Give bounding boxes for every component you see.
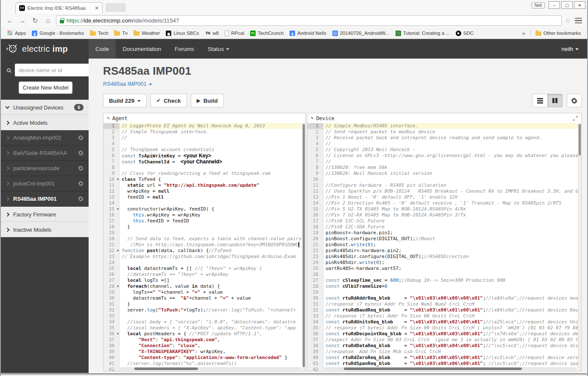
code-line[interactable]: 10 <box>307 177 581 182</box>
code-line[interactable]: 35 //local headers = { "X-ApiKey": apiKe… <box>103 325 305 331</box>
sidebar-item-pulsecnt-imp001[interactable]: pulseCnt-imp001 <box>1 176 89 191</box>
code-line[interactable]: 34const rtuRdUnitsReq_blob = "\x01\x03\x… <box>307 319 581 325</box>
user-menu[interactable]: neilh <box>562 46 587 52</box>
code-line[interactable]: 24pinRs485dir.write(0); <box>307 260 581 266</box>
electric-imp-logo[interactable]: electric imp <box>1 43 89 55</box>
code-line[interactable]: 3// <box>103 135 305 141</box>
code-line[interactable]: 14//Pin 2 Direction Rs485 - '0' default … <box>307 200 581 206</box>
code-line[interactable]: 11//Configure hardware - RS485 pin alloc… <box>307 182 581 188</box>
code-line[interactable]: 4// <box>307 141 581 147</box>
sidebar-item-particlesensorcode[interactable]: particlesensorcode <box>1 161 89 176</box>
gear-icon[interactable] <box>78 196 84 202</box>
code-line[interactable]: 22▾function post(data, callback) {//TsFe… <box>103 248 305 254</box>
scrollbar-thumb[interactable] <box>303 124 305 367</box>
code-line[interactable]: 1// Simple Modbus/RS485 interface. <box>307 123 581 129</box>
chrome-menu-icon[interactable] <box>574 17 583 25</box>
browser-tab[interactable]: Electric Imp IDE: RS485aa ✕ <box>15 2 103 14</box>
bookmarks-overflow-chevron[interactable]: » <box>519 30 529 36</box>
code-line[interactable]: 15▾ constructor(wrApiKey, feedID) { <box>103 206 305 212</box>
create-new-model-button[interactable]: Create New Model <box>19 81 72 94</box>
split-pane-view-button[interactable] <box>547 94 562 107</box>
bookmark-item[interactable]: Tutorial: Creating a ... <box>393 30 453 37</box>
scrollbar-thumb[interactable] <box>579 124 581 155</box>
scrollbar-thumb[interactable] <box>134 368 198 370</box>
sidebar-item-analogmon-imp002[interactable]: AnalogMon-Imp002 <box>1 130 89 146</box>
code-line[interactable]: 9// Class for reading/writing a feed at … <box>103 171 305 177</box>
code-line[interactable]: 13 feedID = null <box>103 194 305 200</box>
code-line[interactable]: 28const cUlbiFrameSize=8 <box>307 283 581 289</box>
bookmark-item[interactable]: Tv <box>111 30 131 36</box>
fold-arrow-icon[interactable]: ▾ <box>117 249 119 253</box>
code-line[interactable]: 11 static url = "http://api.thingspeak.c… <box>103 182 305 188</box>
code-line[interactable]: 28▾ foreach(channel, value in data) { <box>103 283 305 289</box>
fold-arrow-icon[interactable]: ▾ <box>117 207 119 211</box>
code-line[interactable]: 30const rtuRdAddrReq_blob = "\x01\x03\x0… <box>307 295 581 301</box>
horizontal-scrollbar[interactable] <box>324 367 577 370</box>
bookmark-item[interactable]: gAndroid Neils <box>287 30 329 37</box>
code-line[interactable]: 41const rtuRdSpanReq_blob = "\x01\x03\x0… <box>307 361 581 367</box>
vertical-scrollbar[interactable] <box>578 123 581 371</box>
code-line[interactable]: 8 <box>103 165 305 171</box>
build-button[interactable]: ▶ Build <box>191 94 224 107</box>
code-line[interactable]: 19 <box>103 230 305 236</box>
gear-icon[interactable] <box>78 135 84 140</box>
code-line[interactable]: 2// Simple Thingspeak interface. <box>103 129 305 135</box>
code-line[interactable]: 8//130829: free mem 56k <box>307 165 581 171</box>
code-line[interactable]: 2// Send request packet to modbus device <box>307 129 581 135</box>
code-line[interactable]: 38 "Connection": "close", <box>103 343 305 349</box>
code-line[interactable]: 36▾ local postHeaders = { //"POST /updat… <box>103 331 305 337</box>
code-line[interactable]: 15//Pin 5 U2-TX RS485 Map to BOB-10124.R… <box>307 206 581 212</box>
code-line[interactable]: 25uartRs485<-hardware.uart57; <box>307 266 581 272</box>
bookmark-item[interactable]: 20140726_AndroidW... <box>329 30 393 37</box>
code-line[interactable]: 20pinBoost.configure(DIGITAL_OUT);//Boos… <box>307 236 581 242</box>
scrollbar-thumb[interactable] <box>344 368 522 370</box>
code-line[interactable]: 12// Uses Sparkfun p/n BOB-10124 RS485 B… <box>307 188 581 194</box>
code-editor-agent[interactable]: 1// LoggerProto EI Agent by Neil Hancock… <box>103 123 305 371</box>
tab-close-icon[interactable]: ✕ <box>95 6 99 11</box>
nav-tab-status[interactable]: Status <box>201 39 236 59</box>
code-line[interactable]: 13//Pin 1 Boost - '0' default OFF, '1' e… <box>307 194 581 200</box>
code-line[interactable]: 33// response (7 bytes) Addr Fn Size 00 … <box>307 313 581 319</box>
code-line[interactable]: 40const rtuRdZeroReq_blob = "\x01\x03\x0… <box>307 355 581 361</box>
nav-tab-forums[interactable]: Forums <box>168 39 201 59</box>
nav-tab-code[interactable]: Code <box>89 39 116 59</box>
code-line[interactable]: 31 } <box>103 301 305 307</box>
code-line[interactable]: 16//Pin 7 U2-RX RS485 Map to BOB-10124.R… <box>307 212 581 218</box>
code-line[interactable]: 39 "X-THINGSPEAKAPIKEY": wrApiKey, <box>103 349 305 355</box>
code-line[interactable]: 41 //server.log(format("%s",datastreamTs… <box>103 361 305 367</box>
window-minimize-button[interactable]: – <box>549 1 560 9</box>
code-line[interactable]: 20 // Send data to feed, expects a table… <box>103 236 305 242</box>
code-line[interactable]: 7const TsChannelId = <your Channeld> <box>103 159 305 165</box>
gear-icon[interactable] <box>78 166 84 171</box>
code-line[interactable]: 23// Example https://github.com/iobridge… <box>103 254 305 260</box>
home-button[interactable]: ⌂ <box>43 17 53 25</box>
code-line[interactable]: 21pinBoost.write(0); <box>307 242 581 248</box>
ssl-lock-icon[interactable] <box>60 20 64 23</box>
sidebar-item-inactive-models[interactable]: Inactive Models <box>1 222 89 237</box>
nav-tab-documentation[interactable]: Documentation <box>116 39 168 59</box>
code-line[interactable]: 16 this.wrApiKey = wrApiKey <box>103 212 305 218</box>
code-line[interactable]: 9//130828: Neil Hancock initial version <box>307 171 581 177</box>
code-line[interactable]: 35// response (7 bytes) Addr Fn Size 00 … <box>307 325 581 331</box>
bookmark-item[interactable]: gGoogle - Bookmarks <box>29 30 87 37</box>
code-line[interactable]: 38const rtuRdDataReq_blob = "\x01\x03\x0… <box>307 343 581 349</box>
code-line[interactable]: 37//expect Addr Fn Size 00 03 CrcL Crch … <box>307 337 581 343</box>
code-line[interactable]: 5// ThingSpeak account credentials <box>103 147 305 153</box>
code-line[interactable]: 34 //local body = { "version": "1.0.0", … <box>103 319 305 325</box>
sidebar-item-rs485aa-imp001[interactable]: RS485aa IMP001 <box>1 191 89 207</box>
code-line[interactable]: 26 <box>307 272 581 278</box>
code-line[interactable]: 14 <box>103 200 305 206</box>
check-button[interactable]: ✔ Check <box>150 94 187 107</box>
bookmark-item[interactable]: SDC <box>453 30 477 37</box>
window-maximize-button[interactable]: ▢ <box>561 1 573 9</box>
reload-button[interactable]: ↻ <box>31 17 40 25</box>
code-line[interactable]: 31//response (7 bytes) Addr Fn Size Num1… <box>307 301 581 307</box>
other-bookmarks-button[interactable]: Other bookmarks <box>532 30 584 36</box>
code-line[interactable]: 32const rtuRdBaudReq_blob = "\x01\x03\x0… <box>307 307 581 313</box>
horizontal-scrollbar[interactable] <box>120 367 301 370</box>
code-line[interactable]: 33 <box>103 313 305 319</box>
window-close-button[interactable]: ✕ <box>574 1 585 9</box>
editor-settings-button[interactable] <box>567 94 582 107</box>
forward-button[interactable]: → <box>18 17 27 25</box>
fold-arrow-icon[interactable]: ▾ <box>117 284 119 288</box>
